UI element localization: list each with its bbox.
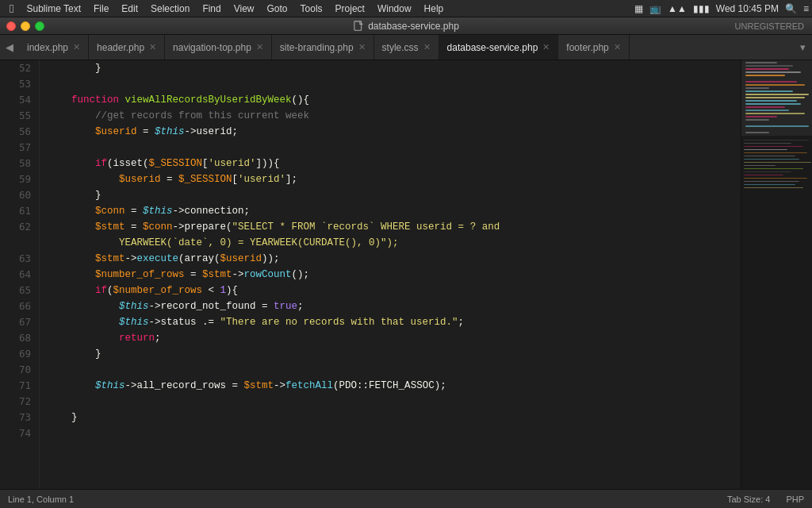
code-line-74 [48,425,741,441]
menu-window[interactable]: Window [371,3,418,14]
grid-icon: ▦ [634,3,643,14]
line-69: 69 [0,346,39,362]
tab-navigation-top-php[interactable]: navigation-top.php ✕ [165,35,272,60]
menu-help[interactable]: Help [418,3,450,14]
svg-rect-35 [744,181,799,182]
menu-find[interactable]: Find [196,3,227,14]
svg-rect-37 [744,187,803,188]
code-line-71: $this->all_record_rows = $stmt->fetchAll… [48,378,741,394]
tab-size[interactable]: Tab Size: 4 [727,495,770,504]
editor: 52 53 54 55 56 57 58 59 60 61 62 63 64 6… [0,60,812,489]
svg-rect-32 [744,171,791,172]
statusbar-right: Tab Size: 4 PHP [727,495,804,504]
search-icon[interactable]: 🔍 [785,3,797,14]
menu-selection[interactable]: Selection [144,3,196,14]
line-67: 67 [0,314,39,330]
code-line-68: return; [48,330,741,346]
tab-close-dbservice[interactable]: ✕ [542,42,550,52]
tab-label: database-service.php [447,42,538,53]
line-71: 71 [0,378,39,394]
tab-index-php[interactable]: index.php ✕ [19,35,89,60]
line-68: 68 [0,330,39,346]
svg-rect-28 [744,159,799,160]
code-line-54: function viewAllRecordsByUseridByWeek(){ [48,92,741,108]
list-icon[interactable]: ≡ [803,3,809,14]
tab-header-php[interactable]: header.php ✕ [89,35,165,60]
language-mode[interactable]: PHP [786,495,804,504]
tab-style-css[interactable]: style.css ✕ [374,35,439,60]
minimize-button[interactable] [21,21,30,31]
minimap[interactable] [741,60,812,489]
code-line-56: $userid = $this->userid; [48,124,741,140]
menu-edit[interactable]: Edit [115,3,144,14]
code-line-53 [48,76,741,92]
file-icon [353,21,364,32]
svg-rect-24 [744,146,803,147]
tab-close-header[interactable]: ✕ [149,42,156,52]
line-63: 63 [0,251,39,267]
line-55: 55 [0,108,39,124]
svg-rect-22 [744,140,809,140]
code-line-58: if(isset($_SESSION['userid'])){ [48,156,741,171]
apple-menu[interactable]:  [10,2,13,15]
tab-close-footer[interactable]: ✕ [614,42,621,52]
code-line-61: $conn = $this->connection; [48,203,741,219]
menu-project[interactable]: Project [329,3,371,14]
tab-label: site-branding.php [280,42,354,53]
code-content[interactable]: } function viewAllRecordsByUseridByWeek(… [40,60,741,489]
svg-rect-29 [744,162,811,163]
wifi-icon: ▲▲ [668,3,687,14]
code-line-69: } [48,346,741,362]
clock: Wed 10:45 PM [716,3,779,14]
tab-label: index.php [27,42,68,53]
maximize-button[interactable] [35,21,44,31]
monitor-icon: 📺 [649,3,661,14]
tab-close-style[interactable]: ✕ [423,42,431,52]
code-line-72 [48,394,741,410]
menubar:  Sublime Text File Edit Selection Find … [0,0,812,17]
line-65: 65 [0,283,39,298]
svg-rect-33 [744,175,783,175]
line-64: 64 [0,267,39,283]
svg-rect-23 [744,143,791,144]
menu-goto[interactable]: Goto [261,3,294,14]
line-53: 53 [0,76,39,92]
tab-database-service-php[interactable]: database-service.php ✕ [439,35,559,60]
code-line-55: //get records from this current week [48,108,741,124]
svg-rect-25 [744,149,787,150]
menu-file[interactable]: File [87,3,115,14]
menu-view[interactable]: View [228,3,261,14]
line-59: 59 [0,171,39,187]
code-line-52: } [48,60,741,76]
line-72: 72 [0,394,39,410]
svg-rect-36 [744,184,795,185]
line-56: 56 [0,124,39,140]
tab-footer-php[interactable]: footer.php ✕ [558,35,629,60]
code-line-59: $userid = $_SESSION['userid']; [48,171,741,187]
menu-tools[interactable]: Tools [294,3,329,14]
line-57: 57 [0,140,39,156]
line-60: 60 [0,187,39,203]
line-58: 58 [0,156,39,171]
line-52: 52 [0,60,39,76]
tab-nav-prev[interactable]: ◀ [0,35,19,60]
tab-overflow-btn[interactable]: ▾ [793,35,812,60]
svg-rect-38 [741,60,812,136]
tab-label: header.php [97,42,144,53]
code-line-70 [48,362,741,378]
line-70: 70 [0,362,39,378]
menubar-right: ▦ 📺 ▲▲ ▮▮▮ Wed 10:45 PM 🔍 ≡ [634,3,809,14]
code-line-65: if($number_of_rows < 1){ [48,283,741,298]
line-62: 62 [0,219,39,235]
tab-close-sitebranding[interactable]: ✕ [358,42,366,52]
tab-site-branding-php[interactable]: site-branding.php ✕ [272,35,374,60]
battery-icon: ▮▮▮ [693,3,710,14]
svg-rect-27 [744,156,795,156]
unregistered-label: UNREGISTERED [735,21,804,31]
close-button[interactable] [6,21,16,31]
tab-close-navtop[interactable]: ✕ [256,42,263,52]
status-bar: Line 1, Column 1 Tab Size: 4 PHP [0,489,812,508]
code-line-66: $this->record_not_found = true; [48,298,741,314]
menu-sublime-text[interactable]: Sublime Text [20,3,86,14]
tab-close-index[interactable]: ✕ [73,42,80,52]
